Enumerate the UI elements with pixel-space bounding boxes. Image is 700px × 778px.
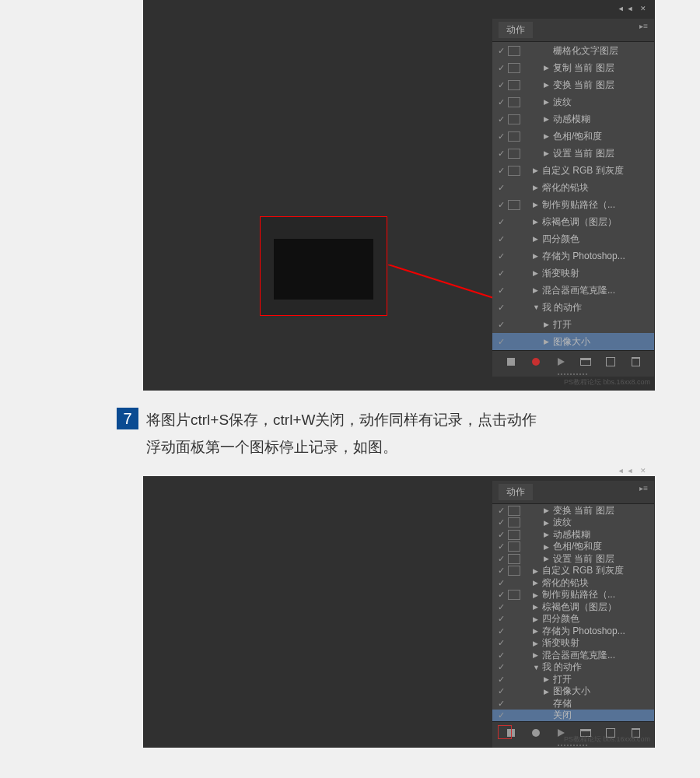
action-row[interactable]: ✓▶色相/饱和度 xyxy=(492,541,654,553)
modal-toggle[interactable] xyxy=(508,699,520,709)
action-row[interactable]: ✓▶制作剪贴路径（... xyxy=(492,589,654,601)
check-icon[interactable]: ✓ xyxy=(494,662,508,672)
expand-icon[interactable]: ▶ xyxy=(544,115,553,123)
expand-icon[interactable]: ▶ xyxy=(544,321,553,328)
modal-toggle[interactable] xyxy=(508,183,520,193)
expand-icon[interactable]: ▶ xyxy=(544,688,553,696)
expand-icon[interactable]: ▶ xyxy=(533,286,542,294)
check-icon[interactable]: ✓ xyxy=(494,320,508,330)
expand-icon[interactable]: ▶ xyxy=(544,675,553,683)
expand-icon[interactable]: ▶ xyxy=(544,149,553,157)
new-folder-button[interactable] xyxy=(579,355,593,369)
modal-toggle[interactable] xyxy=(508,320,520,330)
action-row[interactable]: ✓▶存储为 Photoshop... xyxy=(492,625,654,637)
check-icon[interactable]: ✓ xyxy=(494,97,508,107)
panel-collapse[interactable]: ◄◄ ✕ xyxy=(618,467,649,475)
check-icon[interactable]: ✓ xyxy=(494,166,508,176)
check-icon[interactable]: ✓ xyxy=(494,710,508,720)
check-icon[interactable]: ✓ xyxy=(494,566,508,576)
expand-icon[interactable]: ▶ xyxy=(544,543,553,551)
new-action-button[interactable] xyxy=(604,355,618,369)
expand-icon[interactable]: ▶ xyxy=(544,531,553,538)
check-icon[interactable]: ✓ xyxy=(494,286,508,296)
check-icon[interactable]: ✓ xyxy=(494,590,508,600)
action-row[interactable]: ✓▶混合器画笔克隆... xyxy=(492,282,654,299)
expand-icon[interactable]: ▶ xyxy=(533,627,542,635)
expand-icon[interactable]: ▶ xyxy=(533,252,542,260)
drag-bar[interactable] xyxy=(492,372,654,377)
modal-toggle[interactable] xyxy=(508,590,520,600)
modal-toggle[interactable] xyxy=(508,46,520,56)
modal-toggle[interactable] xyxy=(508,602,520,612)
modal-toggle[interactable] xyxy=(508,286,520,296)
expand-icon[interactable]: ▶ xyxy=(533,269,542,277)
action-row[interactable]: ✓▶波纹 xyxy=(492,517,654,529)
check-icon[interactable]: ✓ xyxy=(494,46,508,56)
modal-toggle[interactable] xyxy=(508,200,520,210)
action-row[interactable]: ✓▶存储为 Photoshop... xyxy=(492,247,654,265)
stop-button[interactable] xyxy=(504,355,518,369)
modal-toggle[interactable] xyxy=(508,710,520,720)
action-row[interactable]: ✓▶变换 当前 图层 xyxy=(492,76,654,93)
action-row[interactable]: ✓存储 xyxy=(492,697,654,710)
action-row[interactable]: ✓▶图像大小 xyxy=(492,685,654,698)
action-row[interactable]: ✓▶复制 当前 图层 xyxy=(492,59,654,76)
expand-icon[interactable]: ▶ xyxy=(544,338,553,345)
modal-toggle[interactable] xyxy=(508,303,520,313)
modal-toggle[interactable] xyxy=(508,234,520,244)
modal-toggle[interactable] xyxy=(508,251,520,261)
check-icon[interactable]: ✓ xyxy=(494,541,508,552)
check-icon[interactable]: ✓ xyxy=(494,699,508,709)
action-list[interactable]: ✓▶变换 当前 图层✓▶波纹✓▶动感模糊✓▶色相/饱和度✓▶设置 当前 图层✓▶… xyxy=(492,504,654,721)
action-row[interactable]: ✓▶动感模糊 xyxy=(492,110,654,128)
action-row[interactable]: ✓▶制作剪贴路径（... xyxy=(492,196,654,213)
check-icon[interactable]: ✓ xyxy=(494,686,508,696)
action-row[interactable]: ✓▶打开 xyxy=(492,316,654,333)
play-button[interactable] xyxy=(554,355,568,369)
check-icon[interactable]: ✓ xyxy=(494,626,508,636)
modal-toggle[interactable] xyxy=(508,80,520,90)
check-icon[interactable]: ✓ xyxy=(494,638,508,648)
panel-menu-icon[interactable]: ▸≡ xyxy=(639,22,648,38)
expand-icon[interactable]: ▶ xyxy=(544,519,553,527)
delete-button[interactable] xyxy=(628,355,642,369)
check-icon[interactable]: ✓ xyxy=(494,530,508,540)
expand-icon[interactable]: ▶ xyxy=(544,506,553,514)
check-icon[interactable]: ✓ xyxy=(494,517,508,527)
expand-icon[interactable]: ▶ xyxy=(544,98,553,106)
action-row[interactable]: ✓▶自定义 RGB 到灰度 xyxy=(492,565,654,577)
action-row[interactable]: ✓关闭 xyxy=(492,710,654,722)
modal-toggle[interactable] xyxy=(508,530,520,540)
action-row[interactable]: ✓▶波纹 xyxy=(492,93,654,110)
check-icon[interactable]: ✓ xyxy=(494,506,508,516)
modal-toggle[interactable] xyxy=(508,614,520,624)
action-row[interactable]: ✓▶变换 当前 图层 xyxy=(492,504,654,517)
record-button[interactable] xyxy=(529,726,543,740)
panel-title[interactable]: 动作 xyxy=(499,22,533,38)
modal-toggle[interactable] xyxy=(508,638,520,648)
modal-toggle[interactable] xyxy=(508,686,520,696)
modal-toggle[interactable] xyxy=(508,626,520,636)
expand-icon[interactable]: ▶ xyxy=(533,218,542,226)
panel-collapse[interactable]: ◄◄ ✕ xyxy=(618,5,649,12)
check-icon[interactable]: ✓ xyxy=(494,268,508,279)
action-row[interactable]: ✓▶设置 当前 图层 xyxy=(492,145,654,162)
expand-icon[interactable]: ▼ xyxy=(533,303,542,311)
check-icon[interactable]: ✓ xyxy=(494,217,508,227)
check-icon[interactable]: ✓ xyxy=(494,337,508,347)
action-row[interactable]: ✓▶动感模糊 xyxy=(492,528,654,541)
modal-toggle[interactable] xyxy=(508,541,520,552)
check-icon[interactable]: ✓ xyxy=(494,80,508,90)
check-icon[interactable]: ✓ xyxy=(494,114,508,124)
expand-icon[interactable]: ▶ xyxy=(533,615,542,623)
check-icon[interactable]: ✓ xyxy=(494,63,508,73)
panel-title[interactable]: 动作 xyxy=(499,484,533,500)
modal-toggle[interactable] xyxy=(508,149,520,159)
action-row[interactable]: ✓▶熔化的铅块 xyxy=(492,179,654,196)
check-icon[interactable]: ✓ xyxy=(494,675,508,685)
check-icon[interactable]: ✓ xyxy=(494,131,508,142)
action-row[interactable]: ✓▶棕褐色调（图层） xyxy=(492,213,654,230)
expand-icon[interactable]: ▶ xyxy=(533,651,542,659)
expand-icon[interactable]: ▶ xyxy=(533,640,542,647)
action-row[interactable]: ✓▶熔化的铅块 xyxy=(492,576,654,589)
